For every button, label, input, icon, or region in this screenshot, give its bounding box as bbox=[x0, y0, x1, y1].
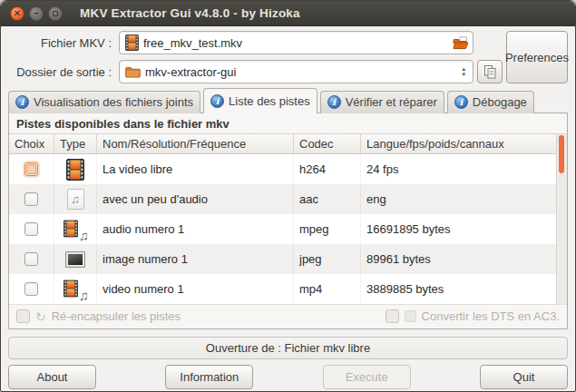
minimize-button[interactable]: – bbox=[29, 6, 44, 21]
tracks-table: Choix Type Nom/Résolution/Fréquence Code… bbox=[9, 133, 567, 304]
table-row[interactable]: La video libre h264 24 fps bbox=[9, 154, 567, 184]
maximize-icon bbox=[53, 11, 58, 16]
refresh-icon: ↻ bbox=[35, 310, 46, 323]
track-checkbox[interactable] bbox=[24, 252, 38, 266]
tab-debug[interactable]: i Débogage bbox=[447, 91, 534, 113]
column-header-name[interactable]: Nom/Résolution/Fréquence bbox=[97, 134, 294, 153]
track-name: avec un peu d'audio bbox=[97, 184, 294, 214]
track-info: 3889885 bytes bbox=[361, 274, 567, 304]
track-codec: aac bbox=[294, 184, 361, 214]
info-icon: i bbox=[454, 95, 468, 109]
browse-folder-icon[interactable] bbox=[453, 36, 469, 50]
tab-track-list[interactable]: i Liste des pistes bbox=[203, 88, 317, 113]
track-codec: mp4 bbox=[294, 274, 361, 304]
vertical-scrollbar[interactable] bbox=[556, 134, 567, 304]
track-checkbox[interactable] bbox=[24, 282, 38, 296]
close-button[interactable]: ✕ bbox=[10, 6, 24, 21]
remux-checkbox[interactable] bbox=[16, 309, 30, 323]
info-icon: i bbox=[15, 95, 29, 109]
tab-bar: i Visualisation des fichiers joints i Li… bbox=[8, 88, 568, 113]
info-icon: i bbox=[210, 94, 224, 108]
tab-attachments[interactable]: i Visualisation des fichiers joints bbox=[8, 91, 200, 113]
options-row: ↻ Ré-encapsuler les pistes Convertir les… bbox=[9, 304, 567, 328]
window-title: MKV Extractor Gui v4.8.0 - by Hizoka bbox=[80, 6, 300, 20]
preferences-button[interactable]: Preferences bbox=[506, 31, 568, 83]
track-codec: mpeg bbox=[294, 214, 361, 244]
mkv-file-label: Fichier MKV : bbox=[8, 31, 115, 54]
track-info: 89961 bytes bbox=[361, 244, 567, 274]
dts-icon bbox=[405, 310, 416, 322]
file-fields: Fichier MKV : free_mkv_test.mkv Dossier … bbox=[8, 31, 568, 83]
about-button[interactable]: About bbox=[8, 365, 96, 389]
track-checkbox[interactable] bbox=[24, 192, 38, 206]
track-name: audio numero 1 bbox=[97, 214, 294, 244]
track-checkbox[interactable] bbox=[24, 162, 38, 176]
film-icon bbox=[63, 219, 78, 239]
remux-option: ↻ Ré-encapsuler les pistes bbox=[16, 309, 181, 323]
video-file-icon bbox=[125, 34, 139, 51]
track-name: La video libre bbox=[97, 154, 294, 184]
quit-button[interactable]: Quit bbox=[480, 365, 568, 389]
output-dir-combobox[interactable]: mkv-extractor-gui ▴ ▾ bbox=[119, 60, 473, 83]
copy-path-button[interactable] bbox=[477, 60, 503, 83]
video-audio-file-icon: ♫ bbox=[63, 279, 87, 300]
spin-down-icon: ▾ bbox=[462, 72, 465, 77]
panel-title: Pistes disponibles dans le fichier mkv bbox=[9, 113, 567, 133]
maximize-button[interactable] bbox=[48, 6, 63, 21]
titlebar: ✕ – MKV Extractor Gui v4.8.0 - by Hizoka bbox=[1, 1, 575, 26]
column-header-choix[interactable]: Choix bbox=[9, 134, 54, 153]
status-bar: Ouverture de : Fichier mkv libre bbox=[8, 337, 568, 359]
track-info: eng bbox=[361, 184, 567, 214]
track-info: 24 fps bbox=[361, 154, 567, 184]
table-row[interactable]: ♫ audio numero 1 mpeg 16691895 bytes bbox=[9, 214, 567, 244]
table-row[interactable]: image numero 1 jpeg 89961 bytes bbox=[9, 244, 567, 274]
table-row[interactable]: ♫ video numero 1 mp4 3889885 bytes bbox=[9, 274, 567, 304]
film-icon bbox=[63, 279, 78, 299]
app-window: ✕ – MKV Extractor Gui v4.8.0 - by Hizoka… bbox=[0, 0, 576, 392]
tab-label: Liste des pistes bbox=[229, 94, 310, 108]
image-file-icon bbox=[65, 251, 85, 268]
track-checkbox[interactable] bbox=[24, 222, 38, 236]
table-row[interactable]: ♫ avec un peu d'audio aac eng bbox=[9, 184, 567, 214]
audio-file-icon: ♫ bbox=[67, 189, 84, 210]
info-icon: i bbox=[327, 95, 341, 109]
track-info: 16691895 bytes bbox=[361, 214, 567, 244]
execute-button[interactable]: Execute bbox=[323, 365, 411, 389]
mkv-file-value: free_mkv_test.mkv bbox=[143, 36, 242, 50]
dts-checkbox[interactable] bbox=[386, 309, 399, 323]
output-dir-label: Dossier de sortie : bbox=[8, 60, 115, 83]
dts-option: Convertir les DTS en AC3. bbox=[386, 309, 560, 323]
track-name: video numero 1 bbox=[97, 274, 294, 304]
folder-icon bbox=[125, 66, 141, 78]
status-message: Ouverture de : Fichier mkv libre bbox=[206, 341, 370, 355]
music-note-icon: ♫ bbox=[79, 228, 89, 243]
output-dir-value: mkv-extractor-gui bbox=[145, 65, 236, 79]
track-codec: jpeg bbox=[294, 244, 361, 274]
tab-label: Visualisation des fichiers joints bbox=[34, 95, 193, 109]
table-header: Choix Type Nom/Résolution/Fréquence Code… bbox=[9, 134, 567, 154]
video-audio-file-icon: ♫ bbox=[63, 219, 87, 240]
video-file-icon bbox=[66, 159, 84, 181]
combo-spinner[interactable]: ▴ ▾ bbox=[458, 66, 469, 77]
information-button[interactable]: Information bbox=[165, 365, 253, 389]
mkv-file-input[interactable]: free_mkv_test.mkv bbox=[119, 31, 473, 54]
track-name: image numero 1 bbox=[97, 244, 294, 274]
tab-check-repair[interactable]: i Vérifier et réparer bbox=[320, 91, 444, 113]
action-buttons: About Information Execute Quit bbox=[8, 365, 568, 389]
column-header-codec[interactable]: Codec bbox=[294, 134, 361, 153]
column-header-type[interactable]: Type bbox=[54, 134, 97, 153]
scrollbar-thumb[interactable] bbox=[559, 135, 564, 173]
column-header-lang[interactable]: Langue/fps/poids/cannaux bbox=[361, 134, 567, 153]
copy-icon bbox=[483, 64, 498, 80]
window-content: Fichier MKV : free_mkv_test.mkv Dossier … bbox=[1, 26, 575, 392]
dts-label: Convertir les DTS en AC3. bbox=[422, 309, 560, 323]
music-note-icon: ♫ bbox=[79, 288, 89, 303]
remux-label: Ré-encapsuler les pistes bbox=[52, 309, 181, 323]
track-codec: h264 bbox=[294, 154, 361, 184]
tab-label: Vérifier et réparer bbox=[346, 95, 437, 109]
tab-label: Débogage bbox=[473, 95, 527, 109]
track-list-panel: Pistes disponibles dans le fichier mkv C… bbox=[8, 113, 568, 329]
